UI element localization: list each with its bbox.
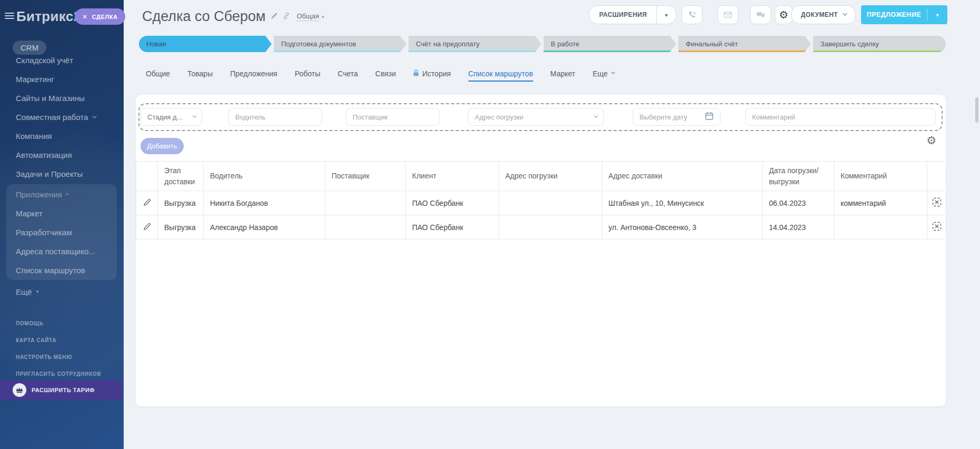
sidebar-item-tasks[interactable]: Задачи и Проекты: [0, 164, 124, 183]
chevron-down-icon: [92, 114, 96, 118]
stage-prepayment-invoice[interactable]: Счёт на предоплату: [408, 36, 541, 52]
stage-new[interactable]: Новая: [139, 36, 272, 52]
filter-load-address-select[interactable]: Адрес погрузки: [468, 108, 604, 126]
delete-row-button[interactable]: [927, 215, 946, 240]
stage-underline: [408, 51, 541, 52]
table-row: Выгрузка Александр Назаров ПАО Сбербанк …: [136, 215, 946, 240]
document-label: ДОКУМЕНТ: [801, 11, 838, 18]
deal-badge[interactable]: ✕ СДЕЛКА: [75, 8, 125, 25]
vertical-scrollbar-thumb[interactable]: [975, 97, 978, 123]
stage-underline: [544, 51, 676, 52]
col-supplier: Поставщик: [325, 162, 406, 191]
sidebar-item-collaboration[interactable]: Совместная работа: [0, 107, 124, 126]
filter-comment-input[interactable]: Комментарий: [745, 108, 936, 126]
filter-supplier-input[interactable]: Поставщик: [346, 108, 439, 126]
col-delivery-stage: Этап доставки: [158, 162, 204, 191]
sidebar-item-more[interactable]: Ещё▾: [0, 282, 38, 301]
cell-driver: Александр Назаров: [204, 215, 325, 240]
cell-delivery-address: ул. Антонова-Овсеенко, 3: [602, 215, 763, 240]
delete-icon: [932, 222, 942, 231]
pipeline-selector[interactable]: Общая: [297, 12, 319, 21]
cell-delivery-stage: Выгрузка: [158, 215, 204, 240]
tab-history[interactable]: История: [413, 66, 451, 82]
filter-date-picker[interactable]: Выберите дату: [633, 108, 721, 126]
chevron-down-icon: [594, 113, 598, 117]
phone-icon: [687, 10, 697, 20]
tab-products[interactable]: Товары: [187, 66, 213, 82]
cell-supplier: [325, 191, 406, 215]
sidebar-item-supplier-addresses[interactable]: Адреса поставщико...: [6, 242, 117, 261]
delete-row-button[interactable]: [927, 191, 946, 215]
cell-comment: [834, 215, 927, 240]
tab-more[interactable]: Еще: [593, 66, 614, 82]
sidebar-item-warehouse[interactable]: Складской учёт: [0, 51, 124, 69]
cell-supplier: [325, 215, 406, 240]
route-list-card: Стадия д... Водитель Поставщик Адрес пог…: [136, 95, 946, 406]
tab-invoices[interactable]: Счета: [337, 66, 358, 82]
deal-stage-bar: Новая Подготовка документов Счёт на пред…: [139, 36, 946, 52]
upgrade-plan-label: РАСШИРИТЬ ТАРИФ: [32, 387, 95, 393]
filter-driver-input[interactable]: Водитель: [228, 108, 322, 126]
sidebar: Битрикс24 CRM Складской учёт Маркетинг С…: [0, 0, 124, 449]
chat-button[interactable]: [750, 5, 771, 24]
sidebar-item-sites[interactable]: Сайты и Магазины: [0, 88, 124, 107]
tab-route-list[interactable]: Список маршрутов: [468, 66, 533, 82]
settings-button[interactable]: ⚙: [775, 5, 793, 24]
add-route-button[interactable]: Добавить: [141, 138, 184, 154]
grid-settings-gear-icon[interactable]: ⚙: [926, 135, 936, 146]
col-comment: Комментарий: [834, 162, 927, 191]
extensions-button[interactable]: РАСШИРЕНИЯ ▾: [589, 5, 676, 24]
edit-title-icon[interactable]: [271, 12, 278, 22]
sidebar-footer: ПОМОЩЬ КАРТА САЙТА НАСТРОИТЬ МЕНЮ ПРИГЛА…: [0, 315, 124, 382]
close-icon[interactable]: ✕: [82, 13, 88, 21]
sidebar-link-configure-menu[interactable]: НАСТРОИТЬ МЕНЮ: [0, 348, 124, 365]
tab-general[interactable]: Общие: [146, 66, 170, 82]
col-driver: Водитель: [204, 162, 325, 191]
sidebar-item-automation[interactable]: Автоматизация: [0, 145, 124, 164]
table-row: Выгрузка Никита Богданов ПАО Сбербанк Шт…: [136, 191, 946, 215]
stage-close-deal[interactable]: Завершить сделку: [813, 36, 946, 52]
calendar-icon[interactable]: [705, 112, 714, 122]
col-client: Клиент: [406, 162, 499, 191]
col-load-date: Дата погрузки/ выгрузки: [763, 162, 834, 191]
email-button[interactable]: [717, 5, 738, 24]
deal-header: Сделка со Сбером Общая ▾: [142, 8, 324, 25]
sidebar-item-developers[interactable]: Разработчикам: [6, 223, 117, 242]
sidebar-link-help[interactable]: ПОМОЩЬ: [0, 315, 124, 332]
stage-underline: [274, 51, 406, 52]
filter-stage-select[interactable]: Стадия д...: [141, 108, 202, 126]
chevron-down-icon: [611, 71, 615, 74]
table-header-row: Этап доставки Водитель Поставщик Клиент …: [136, 162, 946, 191]
edit-row-button[interactable]: [136, 191, 158, 215]
stage-docs-preparation[interactable]: Подготовка документов: [274, 36, 406, 52]
tab-market[interactable]: Маркет: [551, 66, 575, 82]
cell-delivery-stage: Выгрузка: [158, 191, 204, 215]
chevron-down-icon: [843, 11, 847, 15]
sidebar-item-marketing[interactable]: Маркетинг: [0, 69, 124, 88]
col-delivery-address: Адрес доставки: [602, 162, 763, 191]
sidebar-item-company[interactable]: Компания: [0, 126, 124, 145]
document-button[interactable]: ДОКУМЕНТ: [791, 5, 856, 24]
tab-quotes[interactable]: Предложения: [230, 66, 277, 82]
upgrade-plan-button[interactable]: РАСШИРИТЬ ТАРИФ: [0, 380, 122, 400]
edit-row-button[interactable]: [136, 215, 158, 240]
sidebar-item-market[interactable]: Маркет: [6, 204, 117, 223]
sidebar-link-sitemap[interactable]: КАРТА САЙТА: [0, 332, 124, 348]
proposal-button[interactable]: ПРЕДЛОЖЕНИЕ ▾: [861, 5, 947, 24]
cell-client: ПАО Сбербанк: [406, 215, 499, 240]
link-icon[interactable]: [283, 12, 290, 22]
tab-robots[interactable]: Роботы: [295, 66, 320, 82]
sidebar-item-route-list[interactable]: Список маршрутов: [6, 261, 117, 280]
call-button[interactable]: [682, 5, 703, 24]
tab-links[interactable]: Связи: [375, 66, 396, 82]
sidebar-item-applications[interactable]: Приложения: [6, 185, 117, 204]
proposal-dropdown-arrow[interactable]: ▾: [927, 12, 947, 18]
sidebar-apps-group: Приложения Маркет Разработчикам Адреса п…: [6, 184, 117, 280]
hamburger-menu-icon[interactable]: [5, 13, 14, 19]
stage-final-invoice[interactable]: Финальный счёт: [678, 36, 811, 52]
cell-driver: Никита Богданов: [204, 191, 325, 215]
stage-in-progress[interactable]: В работе: [544, 36, 676, 52]
caret-down-icon: ▾: [36, 289, 39, 294]
extensions-dropdown-arrow[interactable]: ▾: [657, 6, 676, 24]
pencil-icon: [143, 223, 151, 231]
